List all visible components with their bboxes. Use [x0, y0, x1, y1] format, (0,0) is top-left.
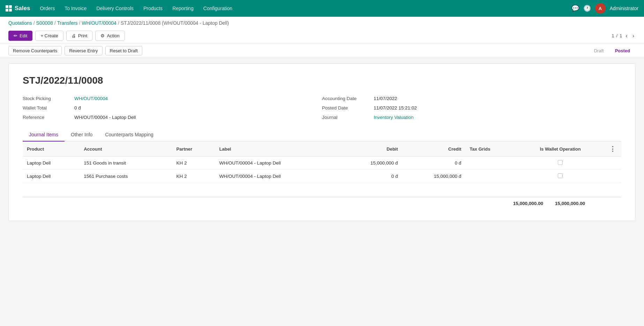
- nav-orders[interactable]: Orders: [36, 3, 59, 13]
- document-card: STJ/2022/11/0008 Stock Picking WH/OUT/00…: [8, 63, 636, 221]
- breadcrumb-quotations[interactable]: Quotations: [8, 20, 32, 26]
- table-row: Laptop Dell 151 Goods in transit KH 2 WH…: [23, 157, 621, 170]
- gear-icon: ⚙: [100, 33, 105, 38]
- col-actions: ⋮: [604, 142, 621, 157]
- row2-account: 1561 Purchase costs: [80, 170, 172, 183]
- edit-icon: ✏: [14, 33, 17, 38]
- breadcrumb: Quotations / S00008 / Transfers / WH/OUT…: [0, 17, 644, 28]
- action-button[interactable]: ⚙ Action: [95, 31, 125, 41]
- row1-label: WH/OUT/00004 - Laptop Dell: [215, 157, 339, 170]
- avatar[interactable]: A: [595, 3, 606, 14]
- tabs: Journal Items Other Info Counterparts Ma…: [23, 128, 621, 142]
- col-partner: Partner: [172, 142, 215, 157]
- posted-date-value: 11/07/2022 15:21:02: [374, 105, 417, 111]
- journal-value[interactable]: Inventory Valuation: [374, 115, 414, 120]
- nav-products[interactable]: Products: [139, 3, 167, 13]
- row1-tax-grids: [465, 157, 517, 170]
- col-debit: Debit: [339, 142, 402, 157]
- print-icon: 🖨: [72, 33, 76, 38]
- breadcrumb-transfers[interactable]: Transfers: [57, 20, 78, 26]
- stock-picking-label: Stock Picking: [23, 96, 72, 101]
- posted-date-row: Posted Date 11/07/2022 15:21:02: [322, 105, 621, 111]
- row2-partner: KH 2: [172, 170, 215, 183]
- nav-delivery-controls[interactable]: Delivery Controls: [92, 3, 138, 13]
- footer-debit-total: 15,000,000.00: [506, 201, 547, 206]
- table-header-row: Product Account Partner Label Debit Cred…: [23, 142, 621, 157]
- row1-credit: 0 đ: [402, 157, 466, 170]
- clock-icon[interactable]: 🕐: [583, 5, 591, 12]
- reference-row: Reference WH/OUT/00004 - Laptop Dell: [23, 115, 322, 120]
- pagination-prev[interactable]: ‹: [624, 32, 629, 40]
- row2-actions: [604, 170, 621, 183]
- pagination-next[interactable]: ›: [631, 32, 636, 40]
- pagination-total: 1: [620, 33, 622, 38]
- row1-actions: [604, 157, 621, 170]
- journal-items-table: Product Account Partner Label Debit Cred…: [23, 142, 621, 210]
- row2-label: WH/OUT/00004 - Laptop Dell: [215, 170, 339, 183]
- reverse-entry-button[interactable]: Reverse Entry: [65, 46, 102, 55]
- nav-configuration[interactable]: Configuration: [199, 3, 237, 13]
- accounting-date-row: Accounting Date 11/07/2022: [322, 96, 621, 101]
- row2-debit: 0 đ: [339, 170, 402, 183]
- table-row: Laptop Dell 1561 Purchase costs KH 2 WH/…: [23, 170, 621, 183]
- print-button[interactable]: 🖨 Print: [66, 31, 93, 41]
- accounting-date-label: Accounting Date: [322, 96, 371, 101]
- table-footer: 15,000,000.00 15,000,000.00: [23, 197, 621, 210]
- status-draft[interactable]: Draft: [588, 46, 609, 55]
- wallet-total-row: Wallet Total 0 đ: [23, 105, 322, 111]
- reference-label: Reference: [23, 115, 72, 120]
- document-title: STJ/2022/11/0008: [23, 75, 621, 86]
- col-tax-grids: Tax Grids: [465, 142, 517, 157]
- breadcrumb-wh-out[interactable]: WH/OUT/00004: [82, 20, 117, 26]
- edit-button[interactable]: ✏ Edit: [8, 31, 32, 41]
- nav-to-invoice[interactable]: To Invoice: [60, 3, 91, 13]
- tab-counterparts-mapping[interactable]: Counterparts Mapping: [99, 128, 160, 142]
- row2-credit: 15,000,000 đ: [402, 170, 466, 183]
- col-label: Label: [215, 142, 339, 157]
- tab-other-info[interactable]: Other Info: [65, 128, 99, 142]
- footer-credit-total: 15,000,000.00: [547, 201, 589, 206]
- remove-counterparts-button[interactable]: Remove Counterparts: [8, 46, 62, 55]
- table-options-icon[interactable]: ⋮: [608, 145, 617, 152]
- breadcrumb-sep-4: /: [118, 20, 119, 26]
- chat-icon[interactable]: 💬: [571, 5, 579, 12]
- table-footer-values: 15,000,000.00 15,000,000.00: [506, 201, 617, 206]
- pagination: 1 / 1 ‹ ›: [612, 32, 636, 40]
- row2-wallet-checkbox[interactable]: [558, 173, 563, 178]
- username[interactable]: Administrator: [610, 6, 638, 11]
- row1-product: Laptop Dell: [23, 157, 80, 170]
- row2-product: Laptop Dell: [23, 170, 80, 183]
- breadcrumb-current: STJ/2022/11/0008 (WH/OUT/00004 - Laptop …: [121, 20, 229, 26]
- main-content: STJ/2022/11/0008 Stock Picking WH/OUT/00…: [0, 58, 644, 227]
- form-fields: Stock Picking WH/OUT/00004 Wallet Total …: [23, 96, 621, 120]
- app-name: Sales: [15, 5, 30, 12]
- pagination-current: 1: [612, 33, 614, 38]
- nav-reporting[interactable]: Reporting: [168, 3, 198, 13]
- toolbar: ✏ Edit + Create 🖨 Print ⚙ Action 1 / 1 ‹…: [0, 28, 644, 44]
- wallet-total-label: Wallet Total: [23, 105, 72, 111]
- stock-picking-value[interactable]: WH/OUT/00004: [74, 96, 108, 101]
- breadcrumb-s00008[interactable]: S00008: [36, 20, 53, 26]
- grid-icon: [6, 5, 12, 12]
- reset-to-draft-button[interactable]: Reset to Draft: [105, 46, 142, 55]
- col-credit: Credit: [402, 142, 466, 157]
- tab-journal-items[interactable]: Journal Items: [23, 128, 65, 142]
- top-navigation: Sales Orders To Invoice Delivery Control…: [0, 0, 644, 17]
- posted-date-label: Posted Date: [322, 105, 371, 111]
- wallet-total-value: 0 đ: [74, 105, 81, 111]
- form-left: Stock Picking WH/OUT/00004 Wallet Total …: [23, 96, 322, 120]
- pagination-separator: /: [616, 33, 617, 38]
- create-button[interactable]: + Create: [35, 31, 63, 41]
- status-bar: Draft Posted: [588, 46, 636, 55]
- row2-tax-grids: [465, 170, 517, 183]
- status-posted[interactable]: Posted: [609, 46, 636, 55]
- journal-row: Journal Inventory Valuation: [322, 115, 621, 120]
- stock-picking-row: Stock Picking WH/OUT/00004: [23, 96, 322, 101]
- app-logo[interactable]: Sales: [6, 5, 30, 12]
- row2-is-wallet-operation: [517, 170, 604, 183]
- form-right: Accounting Date 11/07/2022 Posted Date 1…: [322, 96, 621, 120]
- topnav-right: 💬 🕐 A Administrator: [571, 3, 638, 14]
- breadcrumb-sep-2: /: [54, 20, 56, 26]
- row1-wallet-checkbox[interactable]: [558, 160, 563, 165]
- table-empty-row: [23, 183, 621, 197]
